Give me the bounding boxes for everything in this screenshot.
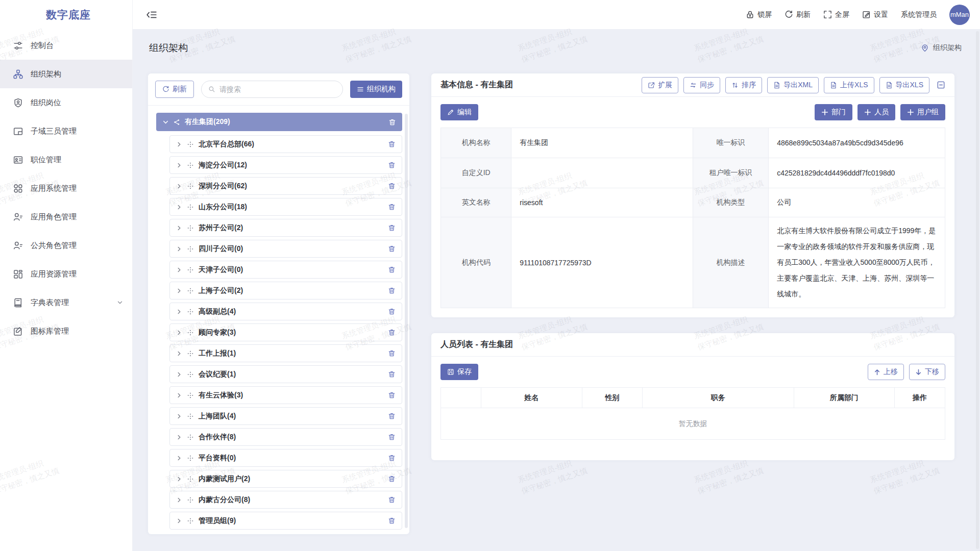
drag-handle-icon[interactable] [187, 246, 193, 252]
sidebar-item-org-post[interactable]: 组织岗位 [0, 88, 132, 117]
tree-node[interactable]: 北京平台总部(66) [169, 135, 402, 153]
sort-button[interactable]: 排序 [725, 77, 762, 93]
tree-root-node[interactable]: 有生集团(209) [156, 113, 402, 131]
trash-icon[interactable] [388, 308, 396, 315]
chevron-right-icon[interactable] [176, 225, 182, 231]
tree-scrollbar[interactable] [405, 114, 408, 528]
upload-xls-button[interactable]: 上传XLS [824, 77, 874, 93]
chevron-right-icon[interactable] [176, 434, 182, 440]
trash-icon[interactable] [388, 224, 396, 232]
trash-icon[interactable] [388, 245, 396, 253]
fullscreen-button[interactable]: 全屏 [823, 10, 849, 19]
tree-node[interactable]: 内蒙古分公司(8) [169, 491, 402, 509]
trash-icon[interactable] [388, 140, 396, 148]
settings-button[interactable]: 设置 [862, 10, 888, 19]
sidebar-collapse-icon[interactable] [146, 9, 157, 20]
drag-handle-icon[interactable] [187, 162, 193, 168]
avatar[interactable]: mMan [949, 5, 970, 25]
chevron-right-icon[interactable] [176, 267, 182, 273]
drag-handle-icon[interactable] [187, 225, 193, 231]
move-down-button[interactable]: 下移 [909, 364, 945, 380]
chevron-right-icon[interactable] [176, 246, 182, 252]
drag-handle-icon[interactable] [187, 434, 193, 440]
tree-node[interactable]: 海淀分公司(12) [169, 156, 402, 174]
drag-handle-icon[interactable] [187, 392, 193, 398]
drag-handle-icon[interactable] [187, 497, 193, 503]
tree-node[interactable]: 合作伙伴(8) [169, 428, 402, 446]
drag-handle-icon[interactable] [187, 141, 193, 147]
chevron-right-icon[interactable] [176, 288, 182, 294]
chevron-right-icon[interactable] [176, 204, 182, 210]
tree-node[interactable]: 四川子公司(0) [169, 240, 402, 258]
trash-icon[interactable] [388, 349, 396, 357]
trash-icon[interactable] [388, 203, 396, 211]
trash-icon[interactable] [388, 517, 396, 524]
tree-node[interactable]: 天津子公司(0) [169, 261, 402, 279]
drag-handle-icon[interactable] [187, 413, 193, 419]
trash-icon[interactable] [388, 412, 396, 420]
trash-icon[interactable] [388, 433, 396, 441]
refresh-page-button[interactable]: 刷新 [785, 10, 811, 19]
tree-node[interactable]: 会议纪要(1) [169, 365, 402, 383]
tree-node[interactable]: 苏州子公司(2) [169, 219, 402, 237]
drag-handle-icon[interactable] [187, 309, 193, 315]
trash-icon[interactable] [388, 266, 396, 273]
trash-icon[interactable] [388, 475, 396, 483]
trash-icon[interactable] [388, 329, 396, 336]
tree-node[interactable]: 山东分公司(18) [169, 198, 402, 216]
drag-handle-icon[interactable] [187, 267, 193, 273]
lock-screen-button[interactable]: 锁屏 [746, 10, 772, 19]
save-button[interactable]: 保存 [440, 364, 478, 380]
trash-icon[interactable] [388, 118, 396, 126]
sidebar-item-org-structure[interactable]: 组织架构 [0, 60, 132, 88]
sidebar-item-icon-library[interactable]: 图标库管理 [0, 317, 132, 345]
tree-node[interactable]: 工作上报(1) [169, 344, 402, 362]
chevron-right-icon[interactable] [176, 413, 182, 419]
drag-handle-icon[interactable] [187, 330, 193, 336]
chevron-right-icon[interactable] [176, 455, 182, 461]
chevron-right-icon[interactable] [176, 497, 182, 503]
sync-button[interactable]: 同步 [683, 77, 720, 93]
chevron-right-icon[interactable] [176, 183, 182, 189]
minimize-panel-icon[interactable] [937, 81, 945, 89]
page-scrollbar[interactable] [976, 31, 979, 549]
expand-button[interactable]: 扩展 [642, 77, 678, 93]
sidebar-item-dictionary[interactable]: 字典表管理 [0, 288, 132, 317]
edit-button[interactable]: 编辑 [440, 104, 478, 120]
tree-node[interactable]: 平台资料(0) [169, 449, 402, 467]
trash-icon[interactable] [388, 391, 396, 399]
trash-icon[interactable] [388, 496, 396, 504]
add-person-button[interactable]: 人员 [857, 104, 895, 120]
export-xls-button[interactable]: 导出XLS [879, 77, 929, 93]
sidebar-item-subdomain[interactable]: 子域三员管理 [0, 117, 132, 145]
drag-handle-icon[interactable] [187, 371, 193, 378]
drag-handle-icon[interactable] [187, 476, 193, 482]
sidebar-item-app-role[interactable]: 应用角色管理 [0, 203, 132, 231]
trash-icon[interactable] [388, 454, 396, 462]
trash-icon[interactable] [388, 161, 396, 169]
drag-handle-icon[interactable] [187, 288, 193, 294]
tree-refresh-button[interactable]: 刷新 [155, 81, 194, 98]
tree-node[interactable]: 上海子公司(2) [169, 282, 402, 299]
tree-node[interactable]: 深圳分公司(62) [169, 177, 402, 195]
chevron-right-icon[interactable] [176, 371, 182, 378]
add-department-button[interactable]: 部门 [815, 104, 852, 120]
tree-node[interactable]: 有生云体验(3) [169, 386, 402, 404]
drag-handle-icon[interactable] [187, 350, 193, 357]
tree-search-input[interactable] [219, 85, 336, 93]
chevron-right-icon[interactable] [176, 476, 182, 482]
drag-handle-icon[interactable] [187, 455, 193, 461]
chevron-right-icon[interactable] [176, 518, 182, 524]
tree-node[interactable]: 管理员组(9) [169, 512, 402, 530]
chevron-right-icon[interactable] [176, 350, 182, 357]
tree-node[interactable]: 高级副总(4) [169, 303, 402, 320]
sidebar-item-app-resource[interactable]: 应用资源管理 [0, 260, 132, 288]
chevron-right-icon[interactable] [176, 141, 182, 147]
export-xml-button[interactable]: 导出XML [767, 77, 819, 93]
trash-icon[interactable] [388, 287, 396, 294]
chevron-right-icon[interactable] [176, 330, 182, 336]
current-username[interactable]: 系统管理员 [901, 10, 937, 19]
drag-handle-icon[interactable] [187, 518, 193, 524]
add-user-group-button[interactable]: 用户组 [900, 104, 945, 120]
chevron-right-icon[interactable] [176, 392, 182, 398]
